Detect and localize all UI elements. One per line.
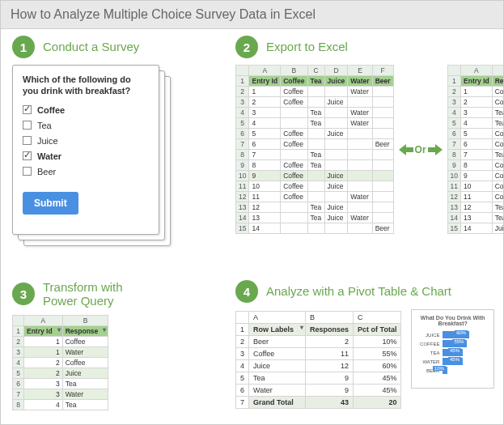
arrow-left-icon [399, 144, 413, 155]
checkbox-icon[interactable] [23, 121, 32, 130]
checkbox-icon[interactable] [23, 105, 32, 114]
step-4-title: Analyze with a Pivot Table & Chart [266, 284, 451, 298]
option-label: Water [37, 151, 61, 161]
option-label: Tea [37, 121, 52, 130]
survey-option[interactable]: Juice [23, 136, 149, 146]
step-2: 2 Export to Excel ABCDEF1Entry IdCoffeeT… [235, 36, 494, 234]
survey-card: Which of the following do you drink with… [12, 65, 159, 235]
power-query-grid: AB1Entry IdResponse21Coffee31Water42Coff… [12, 315, 108, 410]
submit-button[interactable]: Submit [23, 192, 78, 215]
export-long-grid: AB1Entry IdResults21Coffee,Water32Coffee… [447, 65, 504, 234]
bar-label: TEA [418, 351, 439, 355]
content-area: 1 Conduct a Survey Which of the followin… [1, 29, 503, 45]
bar-value: 10% [433, 366, 446, 371]
chart-bar: TEA45% [418, 349, 487, 356]
bar-label: JUICE [418, 333, 439, 338]
bar-label: WATER [418, 359, 439, 364]
step-1-number: 1 [12, 36, 35, 58]
checkbox-icon[interactable] [23, 136, 32, 145]
page-title: How to Analyze Multiple Choice Survey Da… [1, 1, 503, 29]
step-1-title: Conduct a Survey [43, 40, 139, 53]
svg-marker-1 [428, 144, 443, 155]
survey-option[interactable]: Coffee [23, 105, 149, 115]
survey-question: Which of the following do you drink with… [23, 74, 149, 97]
chart-bar: BEER10% [418, 367, 487, 374]
bar-value: 55% [452, 339, 465, 344]
option-label: Beer [37, 167, 56, 176]
step-3-title: Transform withPower Query [43, 280, 123, 308]
chart-title: What Do You Drink With Breakfast? [418, 315, 487, 326]
or-label: Or [415, 144, 426, 155]
step-4: 4 Analyze with a Pivot Table & Chart ABC… [235, 280, 494, 409]
survey-card-stack: Which of the following do you drink with… [12, 65, 170, 241]
survey-option[interactable]: Beer [23, 167, 149, 176]
bar-value: 60% [455, 330, 468, 335]
bar-label: COFFEE [418, 342, 439, 346]
survey-option[interactable]: Tea [23, 121, 149, 130]
pivot-chart: What Do You Drink With Breakfast? JUICE6… [411, 309, 494, 389]
checkbox-icon[interactable] [23, 167, 32, 176]
step-2-title: Export to Excel [266, 40, 348, 53]
or-separator: Or [399, 144, 443, 155]
option-label: Coffee [37, 105, 65, 115]
svg-marker-0 [399, 144, 413, 155]
export-wide-grid: ABCDEF1Entry IdCoffeeTeaJuiceWaterBeer21… [235, 65, 394, 234]
arrow-right-icon [428, 144, 443, 155]
step-2-number: 2 [235, 36, 258, 58]
pivot-table: ABC1Row LabelsResponsesPct of Total2Beer… [235, 311, 401, 409]
chart-bar: COFFEE55% [418, 340, 487, 347]
survey-option[interactable]: Water [23, 151, 149, 161]
bar-value: 45% [448, 348, 461, 353]
bar-value: 45% [448, 357, 461, 362]
checkbox-icon[interactable] [23, 151, 32, 160]
chart-bar: JUICE60% [418, 331, 487, 338]
step-4-number: 4 [235, 280, 258, 303]
step-3: 3 Transform withPower Query AB1Entry IdR… [12, 280, 174, 410]
step-1: 1 Conduct a Survey Which of the followin… [12, 36, 222, 241]
step-3-number: 3 [12, 283, 35, 305]
option-label: Juice [37, 136, 58, 146]
chart-bar: WATER45% [418, 358, 487, 365]
